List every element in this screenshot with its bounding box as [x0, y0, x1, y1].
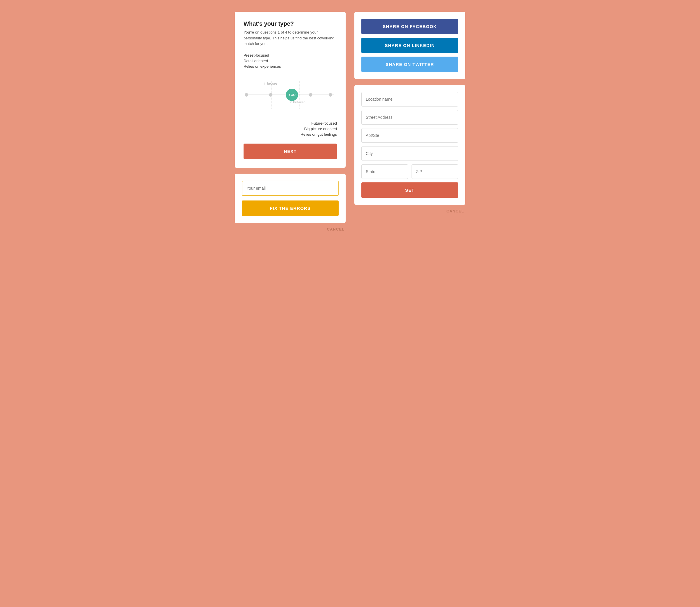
apt-ste-input[interactable] [362, 128, 458, 143]
bottom-trait-3: Relies on gut feelings [243, 132, 337, 137]
bottom-traits-list: Future-focused Big picture oriented Reli… [243, 121, 337, 137]
slider-dot-2 [269, 93, 272, 97]
share-card: SHARE ON FACEBOOK SHARE ON LINKEDIN SHAR… [354, 12, 465, 79]
personality-slider: in between YOU in between [243, 71, 337, 118]
state-input[interactable] [362, 164, 408, 179]
top-traits-list: Preset-focused Detail oriented Relies on… [243, 53, 337, 68]
slider-label-top: in between [264, 82, 279, 85]
street-address-input[interactable] [362, 110, 458, 125]
share-facebook-button[interactable]: SHARE ON FACEBOOK [362, 19, 458, 34]
left-cancel-link[interactable]: CANCEL [235, 227, 346, 231]
set-button[interactable]: SET [362, 182, 458, 198]
fix-errors-button[interactable]: FIX THE ERRORS [242, 201, 338, 216]
personality-subtitle: You're on questions 1 of 4 to determine … [243, 29, 337, 47]
right-column: SHARE ON FACEBOOK SHARE ON LINKEDIN SHAR… [354, 12, 465, 213]
right-cancel-link[interactable]: CANCEL [354, 209, 465, 213]
slider-dot-1 [245, 93, 248, 97]
slider-dot-you[interactable]: YOU [286, 89, 298, 101]
left-column: What's your type? You're on questions 1 … [235, 12, 346, 231]
slider-dot-5 [329, 93, 332, 97]
zip-input[interactable] [412, 164, 458, 179]
state-zip-row [362, 164, 458, 179]
bottom-trait-1: Future-focused [243, 121, 337, 125]
slider-dot-4 [309, 93, 312, 97]
next-button[interactable]: NEXT [243, 144, 337, 159]
share-linkedin-button[interactable]: SHARE ON LINKEDIN [362, 38, 458, 53]
top-trait-3: Relies on experiences [243, 64, 337, 68]
bottom-trait-2: Big picture oriented [243, 127, 337, 131]
email-card: FIX THE ERRORS [235, 174, 346, 223]
city-input[interactable] [362, 146, 458, 161]
personality-title: What's your type? [243, 20, 337, 27]
top-trait-2: Detail oriented [243, 59, 337, 63]
location-name-input[interactable] [362, 92, 458, 106]
email-input[interactable] [242, 181, 338, 196]
personality-card: What's your type? You're on questions 1 … [235, 12, 346, 168]
location-card: SET [354, 85, 465, 205]
slider-label-bottom: in between [290, 100, 305, 104]
share-twitter-button[interactable]: SHARE ON TWITTER [362, 57, 458, 72]
top-trait-1: Preset-focused [243, 53, 337, 58]
